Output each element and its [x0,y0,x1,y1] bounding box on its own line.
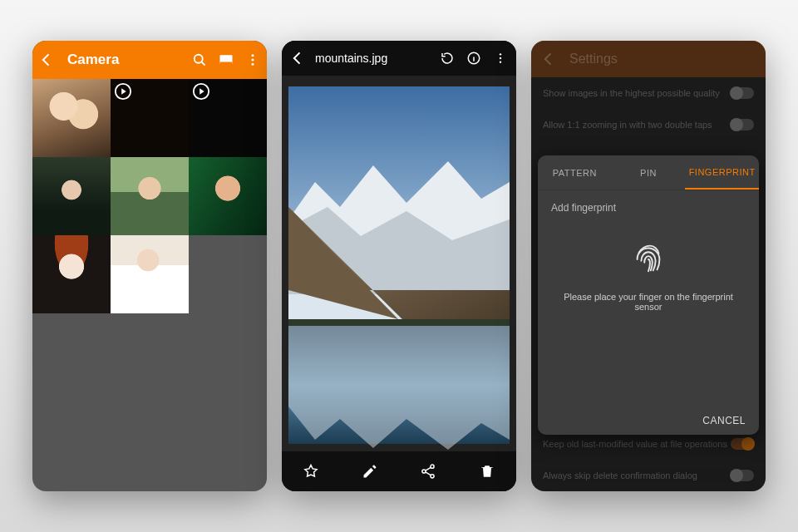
gallery-screen: Camera [32,41,267,491]
info-icon[interactable] [465,49,483,67]
grid-item[interactable] [32,79,111,157]
svg-point-14 [500,57,501,59]
grid-item[interactable] [111,79,189,157]
svg-point-0 [195,55,203,63]
setting-label: Show images in the highest possible qual… [543,88,720,98]
grid-item[interactable] [111,235,189,313]
setting-row[interactable]: Allow 1:1 zooming in with two double tap… [531,109,766,140]
viewer-top-bar: mountains.jpg [282,41,516,76]
app-bar-title: Settings [569,52,618,66]
dialog-actions: CANCEL [538,406,759,435]
setting-label: Keep old last-modified value at file ope… [543,439,727,449]
dialog-subtitle: Add fingerprint [551,202,616,214]
toggle-off[interactable] [731,470,754,481]
setting-label: Allow 1:1 zooming in with two double tap… [543,120,712,130]
setting-row[interactable]: Show images in the highest possible qual… [531,77,766,109]
svg-point-4 [252,59,254,62]
grid-item[interactable] [32,235,111,313]
svg-point-18 [431,475,434,478]
settings-screen: Settings Show images in the highest poss… [531,41,766,491]
security-dialog: PATTERN PIN FINGERPRINT Add fingerprint … [538,155,759,435]
play-icon [114,82,132,101]
cancel-button[interactable]: CANCEL [702,415,746,426]
grid-item[interactable] [189,79,267,157]
svg-point-13 [500,53,501,55]
tab-pattern[interactable]: PATTERN [538,155,612,190]
dialog-body: Add fingerprint Please place your finger… [538,190,759,406]
rotate-icon[interactable] [438,49,456,67]
back-icon[interactable] [539,50,558,68]
grid-item[interactable] [32,157,111,235]
overflow-menu-icon[interactable] [244,51,262,69]
svg-rect-2 [220,62,233,65]
svg-point-3 [252,54,254,57]
favorite-icon[interactable] [302,462,320,480]
toggle-off[interactable] [731,119,754,131]
toggle-on[interactable] [731,438,754,450]
back-icon[interactable] [288,49,307,67]
search-icon[interactable] [190,51,209,69]
grid-item[interactable] [189,157,267,235]
overflow-menu-icon[interactable] [491,49,510,67]
svg-point-16 [431,465,434,468]
play-icon [192,82,210,101]
app-bar: Settings [531,41,766,77]
viewer-bottom-bar [282,451,516,491]
svg-point-17 [422,470,426,473]
app-bar: Camera [32,41,267,79]
back-icon[interactable] [37,51,56,69]
svg-rect-10 [288,319,510,326]
share-icon[interactable] [419,462,437,480]
view-mode-icon[interactable] [217,51,235,69]
svg-point-15 [500,61,501,62]
filename-label: mountains.jpg [315,52,430,65]
dialog-tabs: PATTERN PIN FINGERPRINT [538,155,759,190]
toggle-off[interactable] [731,87,754,99]
tab-pin[interactable]: PIN [612,155,686,190]
dialog-instruction: Please place your finger on the fingerpr… [551,292,746,312]
tab-fingerprint[interactable]: FINGERPRINT [685,155,759,190]
svg-point-5 [252,63,254,66]
mountain-photo[interactable] [282,41,516,491]
app-bar-title: Camera [67,52,182,68]
delete-icon[interactable] [478,462,496,480]
setting-label: Always skip delete confirmation dialog [543,470,697,480]
setting-row[interactable]: Always skip delete confirmation dialog [531,460,766,491]
edit-icon[interactable] [361,462,379,480]
fingerprint-icon [629,239,667,280]
grid-item[interactable] [111,157,189,235]
photo-grid [32,79,267,313]
image-viewer-screen: mountains.jpg [282,41,516,491]
